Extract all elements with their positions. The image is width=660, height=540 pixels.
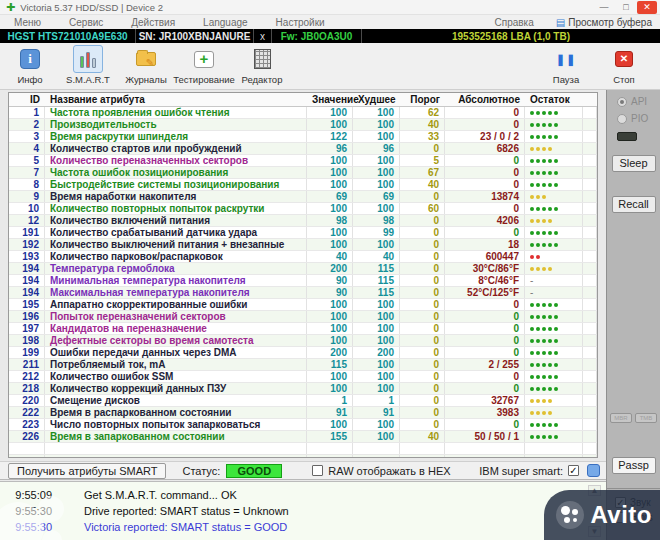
raw-hex-checkbox-row[interactable]: RAW отображать в HEX — [312, 465, 450, 477]
table-row[interactable]: 7Частота ошибок позиционирования10010067… — [9, 167, 597, 179]
table-row[interactable]: 192Количество выключений питания + внеза… — [9, 239, 597, 251]
health-dot — [542, 135, 546, 139]
health-dot — [542, 207, 546, 211]
table-row[interactable]: 10Количество повторных попыток раскрутки… — [9, 203, 597, 215]
table-row[interactable]: 226Время в запаркованном состоянии155100… — [9, 431, 597, 443]
api-radio-row[interactable]: API — [617, 96, 660, 107]
health-dot — [542, 231, 546, 235]
ibm-smart-checkbox-row[interactable]: IBM super smart: ✓ — [479, 465, 579, 477]
table-row[interactable]: 4Количество стартов или пробуждений96960… — [9, 143, 597, 155]
table-row[interactable]: 222Время в распаркованном состоянии91910… — [9, 407, 597, 419]
tmb-small-button[interactable]: TMB — [635, 413, 657, 423]
cell-id: 9 — [9, 191, 45, 202]
table-row[interactable]: 12Количество включений питания989804206 — [9, 215, 597, 227]
toolbar-button-pause[interactable]: ❚❚Пауза — [540, 45, 592, 85]
health-dot — [530, 135, 534, 139]
window-title: Victoria 5.37 HDD/SSD | Device 2 — [20, 2, 163, 13]
health-dot — [536, 159, 540, 163]
activity-led-indicator — [617, 132, 637, 141]
sleep-button[interactable]: Sleep — [612, 155, 656, 172]
table-row[interactable]: 195Аппаратно скорректированные ошибки100… — [9, 299, 597, 311]
ibm-smart-checkbox[interactable]: ✓ — [568, 465, 579, 476]
cell-threshold: 0 — [400, 347, 445, 358]
drive-x-button[interactable]: x — [254, 29, 272, 43]
table-row[interactable]: 5Количество переназначенных секторов1001… — [9, 155, 597, 167]
pio-radio[interactable] — [617, 114, 627, 124]
toolbar-button-smart[interactable]: S.M.A.R.T — [62, 45, 114, 85]
menu-item-2[interactable]: Действия — [117, 17, 189, 28]
cell-threshold: 0 — [400, 335, 445, 346]
toolbar-button-info[interactable]: iИнфо — [4, 45, 56, 85]
health-dot — [536, 111, 540, 115]
sound-checkbox-row[interactable]: ✓ Звук — [615, 497, 660, 508]
cell-value: 100 — [307, 383, 353, 394]
menu-item-1[interactable]: Сервис — [55, 17, 117, 28]
table-row[interactable]: 194Температура гермоблока200115030°C/86°… — [9, 263, 597, 275]
table-row[interactable]: 1Частота проявления ошибок чтения1001006… — [9, 107, 597, 119]
health-dot — [536, 387, 540, 391]
table-row[interactable]: 212Количество ошибок SSM10010000 — [9, 371, 597, 383]
menu-item-help[interactable]: Справка — [481, 17, 548, 28]
table-row[interactable]: 198Дефектные секторы во время самотеста1… — [9, 335, 597, 347]
get-smart-attributes-button[interactable]: Получить атрибуты SMART — [8, 463, 166, 479]
table-row[interactable]: 211Потребляемый ток, mA11510002 / 255 — [9, 359, 597, 371]
menu-item-3[interactable]: Language — [189, 17, 262, 28]
table-row[interactable]: 191Количество срабатываний датчика удара… — [9, 227, 597, 239]
cell-value: 1 — [307, 395, 353, 406]
raw-hex-checkbox[interactable] — [312, 465, 323, 476]
health-dot — [548, 399, 552, 403]
table-row[interactable]: 199Ошибки передачи данных через DMA20020… — [9, 347, 597, 359]
table-row[interactable]: 197Кандидатов на переназначение10010000 — [9, 323, 597, 335]
health-dot — [542, 351, 546, 355]
table-row[interactable]: 9Время наработки накопителя6969013874 — [9, 191, 597, 203]
table-row[interactable]: 8Быстродействие системы позиционирования… — [9, 179, 597, 191]
toolbar-button-label: Тестирование — [173, 74, 235, 85]
cell-id: 226 — [9, 431, 45, 442]
scroll-down-arrow[interactable]: ▼ — [588, 526, 601, 537]
table-row[interactable]: 3Время раскрутки шпинделя1221003323 / 0 … — [9, 131, 597, 143]
cell-value: 122 — [307, 131, 353, 142]
scroll-up-arrow[interactable]: ▲ — [588, 485, 601, 496]
table-row[interactable]: 194Минимальная температура накопителя901… — [9, 275, 597, 287]
cell-extra — [583, 335, 597, 346]
menu-item-0[interactable]: Меню — [0, 17, 55, 28]
table-row[interactable]: 220Смещение дисков11032767 — [9, 395, 597, 407]
toolbar-button-stop[interactable]: ✕Стоп — [598, 45, 650, 85]
buffer-view-button[interactable]: ▤ Просмотр буфера — [548, 17, 660, 28]
mbr-small-button[interactable]: MBR — [610, 413, 632, 423]
health-dot — [542, 363, 546, 367]
buffer-icon: ▤ — [556, 17, 565, 28]
menu-item-4[interactable]: Настройки — [262, 17, 339, 28]
cell-attribute-name: Максимальная температура накопителя — [45, 287, 307, 298]
maximize-button[interactable]: □ — [615, 1, 637, 14]
hints-label: Hints — [630, 512, 653, 523]
log-scrollbar[interactable]: ▲ ▼ — [588, 485, 602, 537]
table-row[interactable]: 193Количество парковок/распарковок404006… — [9, 251, 597, 263]
pio-radio-row[interactable]: PIO — [617, 113, 660, 124]
recall-button[interactable]: Recall — [612, 196, 656, 213]
cell-worst: 98 — [353, 215, 400, 226]
health-dot — [542, 159, 546, 163]
passport-button[interactable]: Passp — [612, 457, 656, 474]
hints-checkbox-row[interactable]: Hints — [615, 512, 660, 523]
health-dot — [548, 423, 552, 427]
table-row[interactable]: 223Число повторных попыток запарковаться… — [9, 419, 597, 431]
health-dot — [536, 363, 540, 367]
cell-worst: 100 — [353, 155, 400, 166]
api-radio[interactable] — [617, 97, 627, 107]
sound-checkbox[interactable]: ✓ — [615, 497, 626, 508]
cell-id: 4 — [9, 143, 45, 154]
table-row[interactable]: 196Попыток переназначений секторов100100… — [9, 311, 597, 323]
table-row[interactable]: 2Производительность100100400 — [9, 119, 597, 131]
close-button[interactable]: ✕ — [637, 1, 657, 14]
cell-worst: 100 — [353, 371, 400, 382]
health-dot — [554, 315, 558, 319]
table-row[interactable]: 218Количество коррекций данных ПЗУ100100… — [9, 383, 597, 395]
cell-threshold: 40 — [400, 179, 445, 190]
toolbar-button-editor[interactable]: Редактор — [236, 45, 288, 85]
hints-checkbox[interactable] — [615, 512, 626, 523]
minimize-button[interactable]: — — [593, 1, 615, 14]
toolbar-button-testing[interactable]: +Тестирование — [178, 45, 230, 85]
table-row[interactable]: 194Максимальная температура накопителя90… — [9, 287, 597, 299]
toolbar-button-journals[interactable]: ✎Журналы — [120, 45, 172, 85]
